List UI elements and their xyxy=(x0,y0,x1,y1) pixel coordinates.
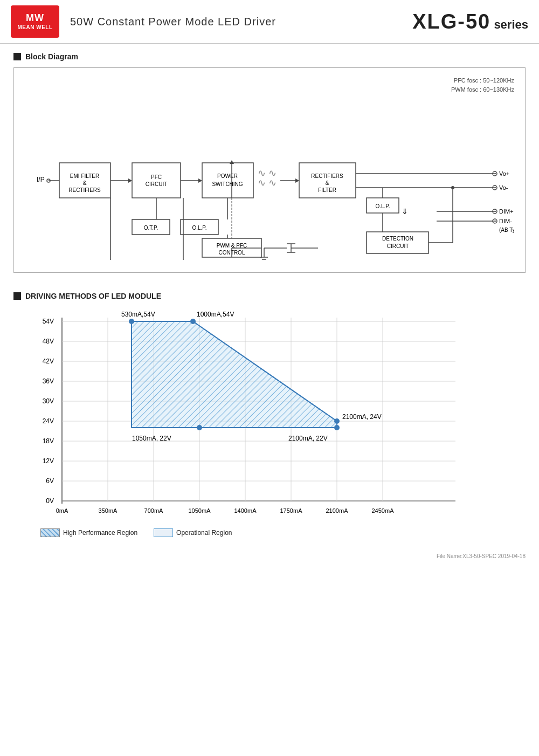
svg-point-33 xyxy=(451,186,454,189)
detect-label2: CIRCUIT xyxy=(387,243,409,249)
svg-text:18V: 18V xyxy=(43,437,54,445)
ip-label: I/P xyxy=(37,176,45,183)
legend-high-perf: High Performance Region xyxy=(40,528,137,537)
svg-text:700mA: 700mA xyxy=(144,507,164,514)
svg-text:54V: 54V xyxy=(43,318,54,325)
block-diagram-title: Block Diagram xyxy=(13,52,526,61)
header: MW MEAN WELL 50W Constant Power Mode LED… xyxy=(0,0,539,44)
dim-minus-label: DIM- xyxy=(499,218,512,224)
label-530ma: 530mA,54V xyxy=(121,311,155,318)
series-suffix: series xyxy=(490,18,528,31)
pfc-note: PFC fosc : 50~120KHz PWM fosc : 60~130KH… xyxy=(25,76,514,94)
svg-text:⇓: ⇓ xyxy=(402,207,408,216)
label-2100ma-22: 2100mA, 22V xyxy=(288,435,328,442)
title-square-icon xyxy=(13,53,21,60)
logo-mw: MW xyxy=(17,12,52,24)
block-diagram-section: Block Diagram PFC fosc : 50~120KHz PWM f… xyxy=(0,44,539,286)
svg-text:2100mA: 2100mA xyxy=(326,507,349,514)
svg-text:∿: ∿ xyxy=(268,177,277,188)
dim-plus-label: DIM+ xyxy=(499,208,514,215)
svg-text:42V: 42V xyxy=(43,358,54,365)
svg-text:0V: 0V xyxy=(46,497,54,505)
point-530ma-54v xyxy=(129,319,134,324)
ab-type-label: (AB Type) xyxy=(499,227,514,233)
point-1000ma-54v xyxy=(190,319,196,324)
power-label1: POWER xyxy=(217,173,238,179)
title-square-icon2 xyxy=(13,292,21,300)
emi-label1: EMI FILTER xyxy=(70,173,99,179)
rect-label1: RECTIFIERS xyxy=(311,173,343,179)
svg-text:∿: ∿ xyxy=(268,168,277,178)
point-2100ma-24v xyxy=(334,418,340,424)
olp-label2: O.L.P. xyxy=(192,225,206,231)
legend-operational: Operational Region xyxy=(154,528,232,537)
pfc-label2: CIRCUIT xyxy=(146,181,168,187)
series-name: XLG-50 series xyxy=(412,10,528,33)
detect-label1: DETECTION xyxy=(382,236,413,242)
svg-text:24V: 24V xyxy=(43,417,54,425)
legend-hatch-box xyxy=(40,528,60,537)
svg-text:1400mA: 1400mA xyxy=(234,507,257,514)
svg-rect-6 xyxy=(132,163,181,198)
svg-text:48V: 48V xyxy=(43,338,54,345)
vo-plus-label: Vo+ xyxy=(499,170,509,177)
emi-label2: RECTIFIERS xyxy=(68,187,101,193)
svg-text:∿: ∿ xyxy=(258,177,266,188)
svg-text:6V: 6V xyxy=(46,477,54,485)
pfc-label1: PFC xyxy=(151,174,162,180)
svg-text:&: & xyxy=(326,180,329,186)
svg-text:0mA: 0mA xyxy=(56,507,68,514)
svg-text:30V: 30V xyxy=(43,397,54,405)
driving-methods-title: DRIVING METHODS OF LED MODULE xyxy=(13,292,526,300)
rect-label2: FILTER xyxy=(318,187,336,193)
series-number: XLG-50 xyxy=(412,10,490,33)
olp-label1: O.L.P. xyxy=(375,203,390,209)
svg-text:&: & xyxy=(83,180,87,186)
product-title: 50W Constant Power Mode LED Driver xyxy=(70,16,412,28)
point-1050ma-22v xyxy=(197,425,202,430)
label-1000ma: 1000mA,54V xyxy=(197,311,234,318)
driving-chart-svg: 54V 48V 42V 36V 30V 24V 18V 12V 6V 0V 0m… xyxy=(24,307,488,523)
footer: File Name:XL3-50-SPEC 2019-04-18 xyxy=(0,548,539,565)
logo: MW MEAN WELL xyxy=(11,5,59,38)
power-label2: SWITCHING xyxy=(212,181,243,187)
driving-methods-section: DRIVING METHODS OF LED MODULE xyxy=(0,286,539,548)
svg-text:1750mA: 1750mA xyxy=(280,507,303,514)
block-diagram-container: PFC fosc : 50~120KHz PWM fosc : 60~130KH… xyxy=(13,67,526,273)
high-perf-region xyxy=(132,321,337,428)
label-2100ma-24: 2100mA, 24V xyxy=(342,413,382,421)
block-diagram-svg: I/P EMI FILTER & RECTIFIERS PFC CIRCUIT … xyxy=(25,98,514,260)
svg-marker-5 xyxy=(128,178,132,183)
svg-text:12V: 12V xyxy=(43,457,54,465)
svg-marker-42 xyxy=(230,160,234,164)
svg-rect-9 xyxy=(202,163,253,198)
chart-legend: High Performance Region Operational Regi… xyxy=(40,528,526,537)
svg-text:36V: 36V xyxy=(43,377,54,385)
svg-marker-15 xyxy=(295,178,299,183)
legend-op-box xyxy=(154,528,173,537)
svg-text:2450mA: 2450mA xyxy=(372,507,395,514)
svg-text:350mA: 350mA xyxy=(99,507,118,514)
svg-text:∿: ∿ xyxy=(258,168,266,178)
svg-rect-29 xyxy=(367,232,429,253)
vo-minus-label: Vo- xyxy=(499,184,508,191)
otp-label: O.T.P. xyxy=(144,225,158,231)
svg-text:1050mA: 1050mA xyxy=(189,507,211,514)
label-1050ma: 1050mA, 22V xyxy=(132,435,171,442)
point-2100ma-22v xyxy=(334,425,340,430)
logo-meanwell: MEAN WELL xyxy=(17,24,52,31)
svg-marker-8 xyxy=(198,178,202,183)
